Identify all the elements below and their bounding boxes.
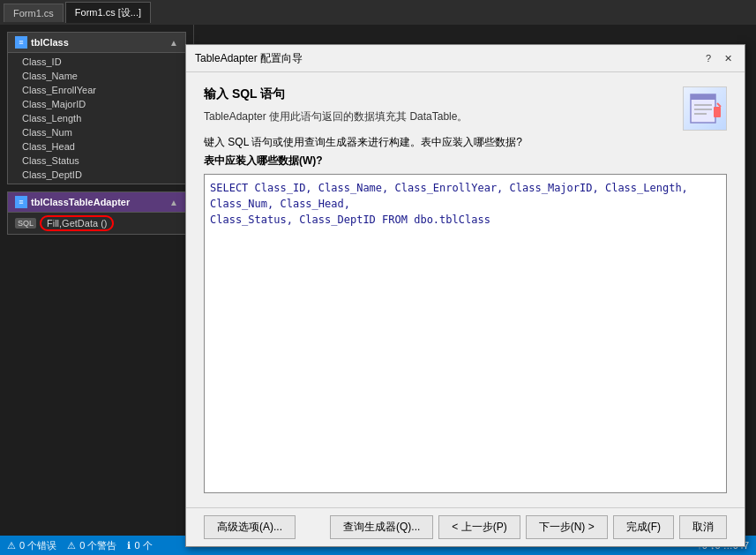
footer-right-buttons: 查询生成器(Q)... < 上一步(P) 下一步(N) > 完成(F) 取消 [330, 515, 727, 536]
sql-badge: SQL [15, 218, 36, 229]
field-class-majorid[interactable]: Class_MajorID [8, 97, 185, 111]
close-button[interactable]: ✕ [720, 50, 736, 66]
dialog-title: TableAdapter 配置向导 [195, 51, 303, 66]
status-messages: ℹ 0 个 [127, 539, 152, 552]
table-node-tblclass: ≡ tblClass ▲ Class_ID Class_Name Class_E… [7, 32, 186, 184]
field-class-length[interactable]: Class_Length [8, 111, 185, 125]
table-icon: ≡ [15, 36, 27, 49]
adapter-header-left: ≡ tblClassTableAdapter [15, 196, 130, 208]
finish-button[interactable]: 完成(F) [613, 515, 674, 536]
message-icon: ℹ [127, 540, 131, 551]
help-button[interactable]: ? [700, 50, 716, 66]
sql-input[interactable]: SELECT Class_ID, Class_Name, Class_Enrol… [204, 174, 727, 493]
dialog-overlay: TableAdapter 配置向导 ? ✕ 输入 SQL 语句 TableAda… [194, 25, 756, 536]
table-fields: Class_ID Class_Name Class_EnrollYear Cla… [8, 53, 185, 184]
section-title: 输入 SQL 语句 [204, 86, 683, 102]
error-count: 0 个错误 [19, 539, 56, 552]
adapter-icon: ≡ [15, 196, 27, 208]
warning-icon: ⚠ [67, 540, 76, 551]
tab-form1-designer[interactable]: Form1.cs [设...] [65, 2, 151, 23]
dialog-body: 输入 SQL 语句 TableAdapter 使用此语句返回的数据填充其 Dat… [186, 72, 745, 507]
table-header[interactable]: ≡ tblClass ▲ [8, 33, 185, 53]
dialog-prompt1: 键入 SQL 语句或使用查询生成器来进行构建。表中应装入哪些数据? [204, 135, 727, 150]
advanced-options-button[interactable]: 高级选项(A)... [204, 515, 296, 536]
footer-left-buttons: 高级选项(A)... [204, 515, 296, 536]
field-class-num[interactable]: Class_Num [8, 125, 185, 139]
warning-count: 0 个警告 [79, 539, 116, 552]
dialog-label: 表中应装入哪些数据(W)? [204, 154, 727, 169]
fill-getdata-method[interactable]: Fill,GetData () [40, 215, 114, 231]
dialog-footer: 高级选项(A)... 查询生成器(Q)... < 上一步(P) 下一步(N) >… [186, 507, 745, 536]
status-errors: ⚠ 0 个错误 [7, 539, 56, 552]
dialog-titlebar: TableAdapter 配置向导 ? ✕ [186, 45, 745, 72]
cancel-button[interactable]: 取消 [679, 515, 727, 536]
adapter-collapse-button[interactable]: ▲ [169, 198, 178, 207]
field-class-name[interactable]: Class_Name [8, 69, 185, 83]
main-area: ≡ tblClass ▲ Class_ID Class_Name Class_E… [0, 25, 756, 536]
table-title: tblClass [31, 37, 69, 48]
field-class-deptid[interactable]: Class_DeptID [8, 168, 185, 182]
svg-line-6 [717, 103, 721, 107]
adapter-node: ≡ tblClassTableAdapter ▲ SQL Fill,GetDat… [7, 191, 186, 235]
message-count: 0 个 [134, 539, 152, 552]
error-icon: ⚠ [7, 540, 16, 551]
adapter-method-row[interactable]: SQL Fill,GetData () [8, 213, 185, 234]
adapter-header[interactable]: ≡ tblClassTableAdapter ▲ [8, 192, 185, 213]
dialog-controls: ? ✕ [700, 50, 736, 66]
svg-rect-5 [714, 107, 721, 117]
dialog-description: TableAdapter 使用此语句返回的数据填充其 DataTable。 [204, 109, 683, 124]
prev-button[interactable]: < 上一步(P) [438, 515, 520, 536]
svg-rect-1 [691, 94, 715, 100]
tab-bar: Form1.cs Form1.cs [设...] [0, 0, 756, 25]
collapse-button[interactable]: ▲ [169, 38, 178, 48]
left-panel: ≡ tblClass ▲ Class_ID Class_Name Class_E… [0, 25, 194, 536]
field-class-id[interactable]: Class_ID [8, 55, 185, 69]
wizard-icon [683, 86, 727, 131]
tableadapter-wizard-dialog: TableAdapter 配置向导 ? ✕ 输入 SQL 语句 TableAda… [185, 44, 745, 536]
next-button[interactable]: 下一步(N) > [526, 515, 608, 536]
query-builder-button[interactable]: 查询生成器(Q)... [330, 515, 433, 536]
tab-form1-cs[interactable]: Form1.cs [4, 4, 64, 22]
field-class-enrollyear[interactable]: Class_EnrollYear [8, 83, 185, 97]
field-class-head[interactable]: Class_Head [8, 139, 185, 154]
field-class-status[interactable]: Class_Status [8, 154, 185, 168]
status-warnings: ⚠ 0 个警告 [67, 539, 116, 552]
adapter-title: tblClassTableAdapter [31, 197, 130, 207]
table-header-left: ≡ tblClass [15, 36, 69, 49]
